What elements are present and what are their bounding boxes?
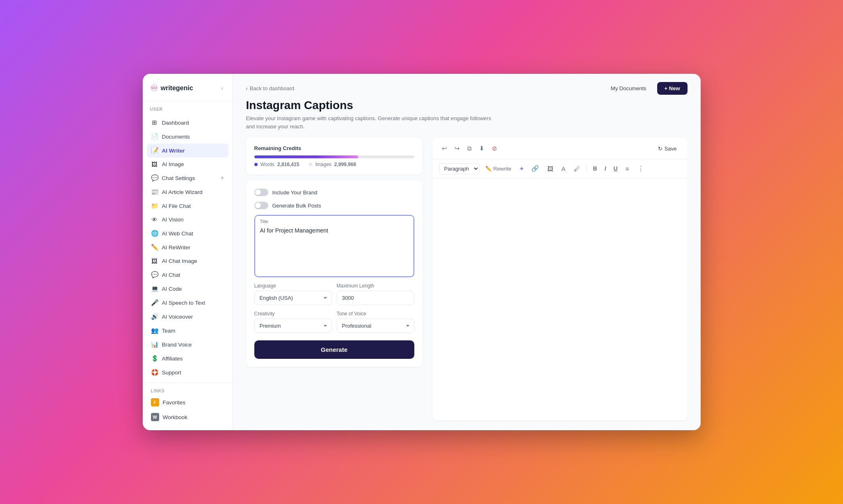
credits-info: Words 2,816,415 Images 2,999,966 — [254, 162, 414, 167]
include-brand-row: Include Your Brand — [254, 189, 414, 196]
language-maxlength-row: Language English (USA) English (UK) Span… — [254, 283, 414, 305]
paragraph-select[interactable]: Paragraph Heading 1 Heading 2 — [439, 163, 480, 174]
new-button[interactable]: + New — [657, 82, 688, 95]
sidebar-item-ai-chat[interactable]: 💬 AI Chat — [147, 268, 228, 282]
form-card: Include Your Brand Generate Bulk Posts T… — [246, 180, 423, 367]
images-label: Images — [315, 162, 331, 167]
stop-button[interactable]: ⊘ — [489, 143, 500, 154]
tone-label: Tone of Voice — [337, 311, 414, 317]
words-dot — [254, 163, 258, 166]
save-label: Save — [665, 146, 677, 152]
ai-image-icon: 🖼 — [151, 161, 158, 168]
numbered-list-button[interactable]: ⋮ — [635, 163, 647, 174]
ai-chat-icon: 💬 — [151, 271, 158, 278]
ai-code-label: AI Code — [162, 286, 182, 292]
italic-button[interactable]: I — [602, 164, 609, 173]
underline-button[interactable]: U — [611, 164, 620, 173]
ai-speech-to-text-icon: 🎤 — [151, 299, 158, 306]
sidebar-link-favorites[interactable]: F Favorites — [147, 395, 228, 410]
tone-group: Tone of Voice Professional Casual Friend… — [337, 311, 414, 333]
sidebar-item-team[interactable]: 👥 Team — [147, 324, 228, 338]
brand-voice-label: Brand Voice — [162, 342, 192, 348]
credits-bar — [254, 155, 414, 158]
sidebar-item-ai-writer[interactable]: 📝 AI Writer — [147, 144, 228, 157]
ai-vision-icon: 👁 — [151, 216, 158, 223]
redo-button[interactable]: ↪ — [452, 143, 463, 154]
chat-settings-icon: 💬 — [151, 174, 158, 182]
ai-code-icon: 💻 — [151, 285, 158, 292]
sidebar-item-support[interactable]: 🛟 Support — [147, 365, 228, 379]
main-content: ‹ Back to dashboard My Documents + New I… — [233, 74, 701, 430]
highlight-button[interactable]: 🖊 — [571, 163, 583, 174]
bold-button[interactable]: B — [591, 164, 600, 173]
sparkle-button[interactable]: ✦ — [517, 163, 526, 174]
save-button[interactable]: ↻ Save — [654, 144, 681, 154]
font-color-button[interactable]: A — [559, 163, 569, 174]
max-length-input[interactable] — [337, 291, 414, 305]
creativity-label: Creativity — [254, 311, 332, 317]
sidebar-item-ai-file-chat[interactable]: 📁 AI File Chat — [147, 199, 228, 213]
image-insert-button[interactable]: 🖼 — [544, 163, 556, 174]
sidebar-item-ai-vision[interactable]: 👁 AI Vision — [147, 213, 228, 226]
generate-bulk-label: Generate Bulk Posts — [272, 203, 321, 209]
brand-voice-icon: 📊 — [151, 341, 158, 348]
generate-bulk-row: Generate Bulk Posts — [254, 202, 414, 209]
page-title: Instagram Captions — [246, 99, 688, 112]
language-select[interactable]: English (USA) English (UK) Spanish Frenc… — [254, 291, 332, 305]
sidebar-item-chat-settings[interactable]: 💬 Chat Settings + — [147, 171, 228, 185]
back-link[interactable]: ‹ Back to dashboard — [246, 85, 295, 91]
ai-article-wizard-icon: 📰 — [151, 188, 158, 196]
my-documents-button[interactable]: My Documents — [606, 82, 651, 94]
sidebar-item-ai-web-chat[interactable]: 🌐 AI Web Chat — [147, 226, 228, 240]
sidebar-item-dashboard[interactable]: ⊞ Dashboard — [147, 116, 228, 130]
editor-body[interactable] — [432, 178, 688, 420]
tone-select[interactable]: Professional Casual Friendly Formal — [337, 319, 414, 333]
sidebar-links: LINKS F Favorites W Workbook — [143, 383, 233, 430]
toolbar-right: ↻ Save — [654, 144, 681, 154]
back-arrow-icon: ‹ — [246, 85, 248, 91]
include-brand-label: Include Your Brand — [272, 189, 318, 196]
credits-fill — [254, 155, 359, 158]
ai-image-label: AI Image — [162, 161, 184, 167]
content-area: Remaining Credits Words 2,816,415 Images — [233, 130, 701, 430]
generate-bulk-toggle[interactable] — [254, 202, 268, 209]
sidebar-item-ai-article-wizard[interactable]: 📰 AI Article Wizard — [147, 185, 228, 199]
sidebar-links-label: LINKS — [147, 386, 228, 395]
sidebar-item-documents[interactable]: 📄 Documents — [147, 130, 228, 144]
link-button[interactable]: 🔗 — [528, 163, 542, 174]
sidebar-item-ai-code[interactable]: 💻 AI Code — [147, 282, 228, 296]
chat-settings-plus[interactable]: + — [220, 174, 224, 182]
sidebar-item-ai-rewriter[interactable]: ✏️ AI ReWriter — [147, 240, 228, 254]
editor-format-bar: Paragraph Heading 1 Heading 2 ✏️ Rewrite… — [432, 160, 688, 178]
favorites-label: Favorites — [163, 399, 186, 406]
sidebar-link-workbook[interactable]: W Workbook — [147, 410, 228, 424]
sidebar-item-brand-voice[interactable]: 📊 Brand Voice — [147, 338, 228, 351]
divider — [587, 165, 587, 172]
sidebar-item-ai-image[interactable]: 🖼 AI Image — [147, 157, 228, 171]
logo: ♾ writegenic — [150, 83, 193, 94]
ai-writer-icon: 📝 — [151, 147, 158, 154]
sidebar-collapse-button[interactable]: ‹ — [220, 83, 225, 93]
include-brand-toggle[interactable] — [254, 189, 268, 196]
sidebar-item-ai-chat-image[interactable]: 🖼 AI Chat Image — [147, 254, 228, 268]
copy-button[interactable]: ⧉ — [464, 143, 475, 154]
title-input[interactable]: AI for Project Management — [255, 226, 414, 275]
page-header: Instagram Captions Elevate your Instagra… — [233, 95, 701, 130]
ai-web-chat-icon: 🌐 — [151, 230, 158, 237]
undo-button[interactable]: ↩ — [439, 143, 450, 154]
sidebar-item-ai-voiceover[interactable]: 🔊 AI Voiceover — [147, 310, 228, 324]
bullet-list-button[interactable]: ≡ — [623, 163, 632, 174]
ai-article-wizard-label: AI Article Wizard — [162, 189, 203, 195]
generate-button[interactable]: Generate — [254, 340, 414, 359]
editor-panel: ↩ ↪ ⧉ ⬇ ⊘ ↻ Save — [432, 138, 688, 420]
creativity-select[interactable]: Premium Standard Creative — [254, 319, 332, 333]
team-label: Team — [162, 328, 176, 334]
sidebar-item-affiliates[interactable]: 💲 Affiliates — [147, 351, 228, 365]
max-length-group: Maximum Length — [337, 283, 414, 305]
sidebar-item-ai-speech-to-text[interactable]: 🎤 AI Speech to Text — [147, 296, 228, 310]
ai-chat-image-label: AI Chat Image — [162, 258, 197, 264]
images-dot — [309, 163, 312, 166]
download-button[interactable]: ⬇ — [476, 143, 487, 154]
rewrite-button[interactable]: ✏️ Rewrite — [482, 164, 515, 173]
chat-settings-label: Chat Settings — [162, 175, 195, 181]
